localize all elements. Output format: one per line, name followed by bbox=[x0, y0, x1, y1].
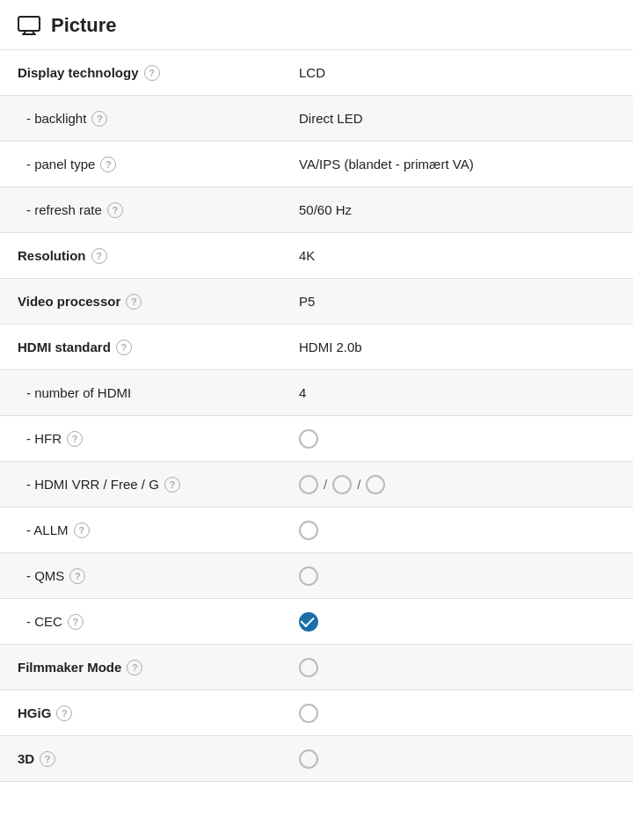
spec-label-cec: - CEC? bbox=[0, 603, 281, 640]
circle-icon-hdmi-vrr-1 bbox=[332, 475, 352, 494]
spec-value-display-technology: LCD bbox=[281, 55, 633, 91]
help-icon-resolution[interactable]: ? bbox=[91, 248, 107, 264]
spec-row-hfr: - HFR? bbox=[0, 416, 633, 462]
spec-label-text-backlight: - backlight bbox=[26, 111, 86, 126]
spec-value-hgig bbox=[281, 693, 633, 734]
spec-label-text-panel-type: - panel type bbox=[26, 157, 95, 172]
help-icon-refresh-rate[interactable]: ? bbox=[107, 202, 123, 218]
spec-label-resolution: Resolution? bbox=[0, 237, 281, 274]
circle-icon-hdmi-vrr-0 bbox=[299, 475, 318, 494]
spec-value-hfr bbox=[281, 419, 633, 459]
spec-row-resolution: Resolution?4K bbox=[0, 233, 633, 279]
circle-icon-hgig bbox=[299, 704, 318, 723]
spec-label-text-qms: - QMS bbox=[26, 568, 64, 583]
help-icon-panel-type[interactable]: ? bbox=[100, 157, 116, 172]
spec-label-panel-type: - panel type? bbox=[0, 146, 281, 183]
vrr-sep-hdmi-vrr-1: / bbox=[324, 477, 327, 492]
spec-value-panel-type: VA/IPS (blandet - primært VA) bbox=[281, 146, 633, 182]
spec-value-number-of-hdmi: 4 bbox=[281, 375, 633, 411]
help-icon-cec[interactable]: ? bbox=[68, 614, 84, 630]
spec-row-cec: - CEC? bbox=[0, 599, 633, 645]
spec-value-refresh-rate: 50/60 Hz bbox=[281, 192, 633, 228]
spec-label-text-hgig: HGiG bbox=[18, 705, 51, 720]
spec-value-allm bbox=[281, 510, 633, 551]
spec-value-text-panel-type: VA/IPS (blandet - primært VA) bbox=[299, 157, 474, 172]
spec-label-text-hdmi-vrr: - HDMI VRR / Free / G bbox=[26, 477, 159, 492]
help-icon-display-technology[interactable]: ? bbox=[144, 65, 160, 81]
spec-value-text-hdmi-standard: HDMI 2.0b bbox=[299, 340, 362, 354]
spec-row-number-of-hdmi: - number of HDMI4 bbox=[0, 370, 633, 416]
circle-icon-filmmaker-mode bbox=[299, 658, 318, 677]
monitor-icon bbox=[18, 16, 40, 35]
spec-label-number-of-hdmi: - number of HDMI bbox=[0, 375, 281, 411]
spec-label-3d: 3D? bbox=[0, 741, 281, 778]
spec-value-backlight: Direct LED bbox=[281, 100, 633, 136]
spec-row-panel-type: - panel type?VA/IPS (blandet - primært V… bbox=[0, 142, 633, 187]
spec-row-hgig: HGiG? bbox=[0, 690, 633, 736]
circle-icon-hfr bbox=[299, 429, 318, 449]
spec-label-hdmi-vrr: - HDMI VRR / Free / G? bbox=[0, 466, 281, 503]
help-icon-hdmi-standard[interactable]: ? bbox=[116, 340, 132, 355]
spec-row-backlight: - backlight?Direct LED bbox=[0, 96, 633, 142]
spec-row-qms: - QMS? bbox=[0, 553, 633, 599]
help-icon-qms[interactable]: ? bbox=[69, 568, 85, 584]
spec-label-text-resolution: Resolution bbox=[18, 248, 86, 263]
spec-label-text-video-processor: Video processor bbox=[18, 294, 120, 309]
help-icon-hdmi-vrr[interactable]: ? bbox=[164, 477, 180, 493]
spec-label-text-allm: - ALLM bbox=[26, 522, 69, 537]
spec-value-filmmaker-mode bbox=[281, 647, 633, 688]
circle-icon-allm bbox=[299, 521, 318, 540]
help-icon-backlight[interactable]: ? bbox=[91, 111, 107, 127]
spec-label-text-refresh-rate: - refresh rate bbox=[26, 202, 102, 217]
spec-row-3d: 3D? bbox=[0, 736, 633, 782]
spec-row-video-processor: Video processor?P5 bbox=[0, 279, 633, 325]
spec-row-refresh-rate: - refresh rate?50/60 Hz bbox=[0, 187, 633, 233]
help-icon-allm[interactable]: ? bbox=[74, 522, 90, 538]
spec-table: Display technology?LCD- backlight?Direct… bbox=[0, 50, 633, 782]
circle-icon-qms bbox=[299, 566, 318, 586]
page-title: Picture bbox=[51, 14, 117, 37]
help-icon-filmmaker-mode[interactable]: ? bbox=[127, 660, 142, 676]
spec-row-filmmaker-mode: Filmmaker Mode? bbox=[0, 645, 633, 690]
spec-value-resolution: 4K bbox=[281, 237, 633, 274]
spec-label-text-3d: 3D bbox=[18, 751, 34, 766]
spec-row-display-technology: Display technology?LCD bbox=[0, 50, 633, 96]
circle-icon-hdmi-vrr-2 bbox=[366, 475, 385, 494]
spec-label-allm: - ALLM? bbox=[0, 512, 281, 549]
spec-row-hdmi-vrr: - HDMI VRR / Free / G?// bbox=[0, 462, 633, 508]
spec-row-hdmi-standard: HDMI standard?HDMI 2.0b bbox=[0, 325, 633, 370]
spec-label-hgig: HGiG? bbox=[0, 695, 281, 732]
vrr-group-hdmi-vrr: // bbox=[299, 475, 385, 494]
spec-value-qms bbox=[281, 556, 633, 596]
svg-rect-0 bbox=[18, 17, 40, 31]
vrr-sep-hdmi-vrr-2: / bbox=[357, 477, 360, 492]
spec-label-text-number-of-hdmi: - number of HDMI bbox=[26, 385, 131, 400]
spec-value-text-display-technology: LCD bbox=[299, 65, 325, 80]
spec-value-3d bbox=[281, 739, 633, 779]
spec-value-video-processor: P5 bbox=[281, 283, 633, 319]
spec-label-hfr: - HFR? bbox=[0, 420, 281, 457]
help-icon-hfr[interactable]: ? bbox=[67, 431, 83, 447]
circle-icon-cec bbox=[299, 612, 318, 632]
spec-value-text-refresh-rate: 50/60 Hz bbox=[299, 202, 352, 217]
spec-value-text-video-processor: P5 bbox=[299, 294, 315, 309]
spec-label-refresh-rate: - refresh rate? bbox=[0, 192, 281, 229]
spec-label-display-technology: Display technology? bbox=[0, 55, 281, 91]
spec-label-video-processor: Video processor? bbox=[0, 283, 281, 320]
spec-value-text-backlight: Direct LED bbox=[299, 111, 363, 126]
circle-icon-3d bbox=[299, 749, 318, 769]
help-icon-video-processor[interactable]: ? bbox=[126, 294, 142, 310]
spec-value-hdmi-vrr: // bbox=[281, 464, 633, 505]
page-header: Picture bbox=[0, 0, 633, 50]
spec-label-text-hdmi-standard: HDMI standard bbox=[18, 340, 111, 354]
spec-label-filmmaker-mode: Filmmaker Mode? bbox=[0, 649, 281, 686]
help-icon-3d[interactable]: ? bbox=[40, 751, 55, 767]
spec-label-backlight: - backlight? bbox=[0, 100, 281, 137]
spec-value-hdmi-standard: HDMI 2.0b bbox=[281, 329, 633, 365]
spec-label-text-cec: - CEC bbox=[26, 614, 62, 629]
help-icon-hgig[interactable]: ? bbox=[56, 705, 72, 721]
spec-label-hdmi-standard: HDMI standard? bbox=[0, 329, 281, 366]
spec-value-text-number-of-hdmi: 4 bbox=[299, 385, 306, 400]
spec-value-text-resolution: 4K bbox=[299, 248, 315, 263]
spec-label-text-hfr: - HFR bbox=[26, 431, 62, 446]
